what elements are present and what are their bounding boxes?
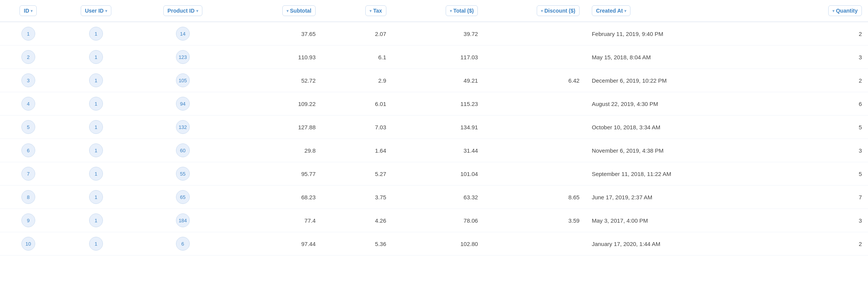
sort-createdat-button[interactable]: Created At ▾ [592,5,630,16]
cell-tax: 2.9 [322,69,392,92]
cell-discount: 3.59 [484,209,586,232]
productid-badge: 60 [176,143,190,157]
col-header-total: ▾ Total ($) [392,0,484,22]
table-row: 2 1 123 110.93 6.1 117.03 May 15, 2018, … [0,46,868,69]
orders-table: ID ▾ User ID ▾ Product ID ▾ [0,0,868,256]
cell-discount [484,92,586,116]
table-row: 9 1 184 77.4 4.26 78.06 3.59 May 3, 2017… [0,209,868,232]
cell-quantity: 3 [783,46,868,69]
cell-total: 78.06 [392,209,484,232]
cell-createdat: May 15, 2018, 8:04 AM [586,46,783,69]
cell-productid: 105 [135,69,230,92]
cell-discount [484,46,586,69]
cell-createdat: December 6, 2019, 10:22 PM [586,69,783,92]
userid-badge: 1 [89,73,103,87]
sort-userid-button[interactable]: User ID ▾ [81,5,111,16]
cell-productid: 132 [135,116,230,139]
cell-id: 1 [0,22,57,46]
col-header-productid: Product ID ▾ [135,0,230,22]
col-header-quantity: ▾ Quantity [783,0,868,22]
cell-discount [484,139,586,162]
userid-badge: 1 [89,97,103,111]
cell-productid: 123 [135,46,230,69]
table-header: ID ▾ User ID ▾ Product ID ▾ [0,0,868,22]
cell-createdat: January 17, 2020, 1:44 AM [586,232,783,256]
id-badge: 1 [21,27,35,41]
cell-createdat: October 10, 2018, 3:34 AM [586,116,783,139]
col-quantity-label: Quantity [836,8,858,14]
col-header-createdat: Created At ▾ [586,0,783,22]
id-badge: 3 [21,73,35,87]
productid-badge: 105 [176,73,190,87]
productid-badge: 94 [176,97,190,111]
cell-discount: 8.65 [484,186,586,209]
userid-badge: 1 [89,143,103,157]
cell-total: 39.72 [392,22,484,46]
id-badge: 7 [21,167,35,181]
sort-id-button[interactable]: ID ▾ [20,5,37,16]
sort-subtotal-button[interactable]: ▾ Subtotal [282,5,316,16]
table-row: 5 1 132 127.88 7.03 134.91 October 10, 2… [0,116,868,139]
userid-badge: 1 [89,50,103,64]
cell-tax: 5.27 [322,162,392,186]
cell-subtotal: 77.4 [230,209,322,232]
cell-productid: 60 [135,139,230,162]
cell-userid: 1 [57,139,136,162]
cell-subtotal: 127.88 [230,116,322,139]
productid-badge: 123 [176,50,190,64]
cell-userid: 1 [57,92,136,116]
cell-id: 3 [0,69,57,92]
cell-createdat: June 17, 2019, 2:37 AM [586,186,783,209]
col-subtotal-label: Subtotal [290,8,311,14]
sort-tax-button[interactable]: ▾ Tax [365,5,386,16]
sort-total-icon-left: ▾ [450,9,452,13]
sort-discount-button[interactable]: ▾ Discount ($) [537,5,580,16]
cell-userid: 1 [57,22,136,46]
col-header-tax: ▾ Tax [322,0,392,22]
cell-discount: 6.42 [484,69,586,92]
table-row: 4 1 94 109.22 6.01 115.23 August 22, 201… [0,92,868,116]
cell-productid: 65 [135,186,230,209]
cell-userid: 1 [57,162,136,186]
cell-userid: 1 [57,46,136,69]
cell-subtotal: 110.93 [230,46,322,69]
col-productid-label: Product ID [168,8,195,14]
cell-createdat: August 22, 2019, 4:30 PM [586,92,783,116]
sort-productid-button[interactable]: Product ID ▾ [163,5,202,16]
table-row: 3 1 105 52.72 2.9 49.21 6.42 December 6,… [0,69,868,92]
cell-tax: 3.75 [322,186,392,209]
cell-subtotal: 97.44 [230,232,322,256]
cell-total: 102.80 [392,232,484,256]
sort-total-button[interactable]: ▾ Total ($) [446,5,478,16]
id-badge: 9 [21,213,35,227]
productid-badge: 184 [176,213,190,227]
cell-createdat: May 3, 2017, 4:00 PM [586,209,783,232]
cell-userid: 1 [57,209,136,232]
userid-badge: 1 [89,237,103,251]
cell-id: 5 [0,116,57,139]
cell-tax: 7.03 [322,116,392,139]
cell-id: 7 [0,162,57,186]
cell-quantity: 6 [783,92,868,116]
table-row: 7 1 55 95.77 5.27 101.04 September 11, 2… [0,162,868,186]
col-header-discount: ▾ Discount ($) [484,0,586,22]
cell-id: 2 [0,46,57,69]
cell-createdat: September 11, 2018, 11:22 AM [586,162,783,186]
cell-productid: 14 [135,22,230,46]
id-badge: 2 [21,50,35,64]
col-userid-label: User ID [85,8,104,14]
cell-subtotal: 95.77 [230,162,322,186]
sort-quantity-button[interactable]: ▾ Quantity [828,5,862,16]
cell-createdat: February 11, 2019, 9:40 PM [586,22,783,46]
col-discount-label: Discount ($) [544,8,575,14]
cell-userid: 1 [57,116,136,139]
cell-total: 117.03 [392,46,484,69]
cell-quantity: 2 [783,69,868,92]
productid-badge: 6 [176,237,190,251]
cell-userid: 1 [57,69,136,92]
cell-productid: 55 [135,162,230,186]
productid-badge: 14 [176,27,190,41]
sort-productid-icon: ▾ [196,9,198,13]
table-body: 1 1 14 37.65 2.07 39.72 February 11, 201… [0,22,868,256]
cell-tax: 5.36 [322,232,392,256]
